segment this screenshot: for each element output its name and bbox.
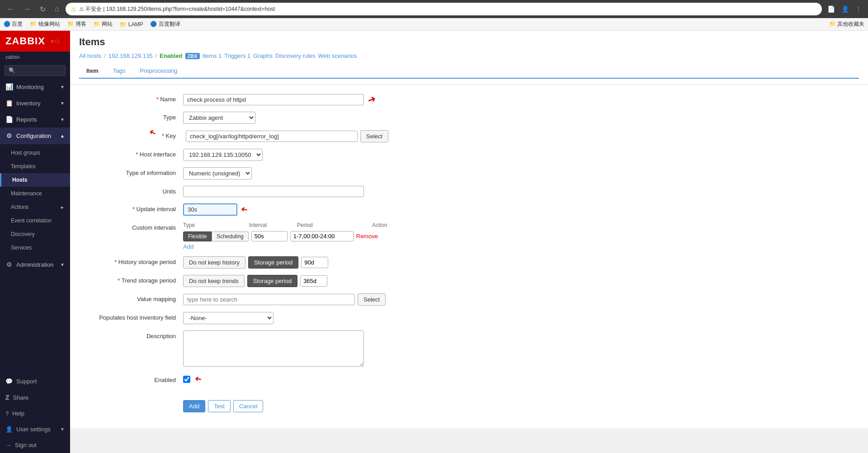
bookmark-blog[interactable]: 📁 博客: [67, 20, 86, 28]
add-interval-link[interactable]: Add: [183, 243, 193, 250]
breadcrumb-all-hosts[interactable]: All hosts: [79, 52, 101, 59]
interval-value-input[interactable]: [251, 231, 288, 241]
form-row-custom-intervals: Custom intervals Type Interval Period Ac…: [84, 222, 854, 250]
forward-button[interactable]: →: [21, 3, 33, 15]
sidebar-item-user-settings[interactable]: 👤 User settings ▼: [0, 421, 70, 437]
sidebar-item-label: Inventory: [16, 100, 40, 107]
sidebar-item-share[interactable]: Z Share: [0, 389, 70, 406]
bookmark-lamp[interactable]: 📁 LAMP: [120, 21, 143, 28]
tab-tags[interactable]: Tags: [106, 64, 132, 79]
sidebar-item-inventory[interactable]: 📋 Inventory ▼: [0, 95, 70, 111]
populates-select[interactable]: -None- Alias Asset tag Comments: [183, 312, 274, 324]
name-input[interactable]: [183, 94, 364, 105]
host-interface-select[interactable]: 192.168.129.135:10050: [183, 149, 263, 161]
sidebar-search-input[interactable]: [5, 65, 66, 76]
bookmark-other[interactable]: 📁 其他收藏夹: [829, 20, 864, 28]
sidebar-item-reports[interactable]: 📄 Reports ▼: [0, 111, 70, 127]
value-mapping-label: Value mapping: [84, 293, 183, 302]
profile-button[interactable]: 👤: [840, 4, 851, 14]
history-value-input[interactable]: [301, 257, 328, 268]
extensions-button[interactable]: 📄: [826, 4, 837, 14]
expand-icon[interactable]: □: [56, 38, 59, 44]
sidebar-logo: ZABBIX « □: [0, 31, 70, 52]
type-info-select[interactable]: Numeric (unsigned) Numeric (float) Chara…: [183, 167, 252, 179]
sidebar-item-signout[interactable]: → Sign out: [0, 437, 70, 453]
trend-no-keep-btn[interactable]: Do not keep trends: [183, 275, 245, 287]
interval-period-input[interactable]: [290, 231, 354, 241]
add-button[interactable]: Add: [183, 400, 205, 412]
test-button[interactable]: Test: [208, 400, 231, 412]
breadcrumb-items[interactable]: Items 1: [203, 52, 222, 59]
type-select[interactable]: Zabbix agent Zabbix agent (active) Simpl…: [183, 112, 255, 124]
monitoring-arrow: ▼: [60, 85, 65, 90]
breadcrumb: All hosts / 192.168.129.135 / Enabled ZB…: [79, 52, 859, 59]
form-row-host-interface: Host interface 192.168.129.135:10050: [84, 149, 854, 161]
reports-arrow: ▼: [60, 117, 65, 122]
key-select-button[interactable]: Select: [360, 130, 388, 142]
sidebar-item-support[interactable]: 💬 Support: [0, 373, 70, 389]
type-label: Type: [84, 112, 183, 121]
bookmark-baidu[interactable]: 🔵 百度: [4, 20, 23, 28]
breadcrumb-graphs[interactable]: Graphs: [253, 52, 273, 59]
form-row-type: Type Zabbix agent Zabbix agent (active) …: [84, 112, 854, 124]
sidebar-item-configuration[interactable]: ⚙ Configuration ▲: [0, 127, 70, 144]
history-no-keep-btn[interactable]: Do not keep history: [183, 256, 245, 269]
sidebar-item-hosts[interactable]: Hosts: [0, 173, 70, 187]
value-mapping-input[interactable]: [183, 294, 355, 305]
form-row-enabled: Enabled ➜: [84, 374, 854, 384]
user-settings-arrow: ▼: [60, 427, 65, 432]
sidebar-item-host-groups[interactable]: Host groups: [0, 146, 70, 160]
breadcrumb-web-scenarios[interactable]: Web scenarios: [318, 52, 357, 59]
address-bar[interactable]: ⚠ ⚠ 不安全 | 192.168.129.250/items.php?form…: [66, 3, 822, 15]
sidebar-item-discovery[interactable]: Discovery: [0, 227, 70, 241]
tab-preprocessing[interactable]: Preprocessing: [132, 64, 184, 79]
remove-interval-link[interactable]: Remove: [356, 233, 378, 240]
breadcrumb-discovery-rules[interactable]: Discovery rules: [275, 52, 316, 59]
description-control: [183, 330, 454, 368]
key-input[interactable]: [186, 131, 358, 142]
sidebar-item-templates[interactable]: Templates: [0, 160, 70, 173]
bookmark-mirror[interactable]: 📁 镜像网站: [30, 20, 60, 28]
trend-value-input[interactable]: [300, 275, 327, 287]
actions-arrow: ►: [60, 205, 65, 210]
browser-chrome: ← → ↻ ⌂ ⚠ ⚠ 不安全 | 192.168.129.250/items.…: [0, 0, 868, 18]
units-input[interactable]: [183, 186, 364, 197]
custom-intervals-label: Custom intervals: [84, 222, 183, 231]
breadcrumb-triggers[interactable]: Triggers 1: [224, 52, 250, 59]
tab-item[interactable]: Item: [79, 64, 106, 79]
sidebar-item-event-correlation[interactable]: Event correlation: [0, 214, 70, 227]
bookmark-translate[interactable]: 🔵 百度翻译: [150, 20, 180, 28]
inventory-arrow: ▼: [60, 101, 65, 106]
refresh-button[interactable]: ↻: [37, 3, 48, 15]
scheduling-btn[interactable]: Scheduling: [212, 231, 248, 241]
sidebar-item-monitoring[interactable]: 📊 Monitoring ▼: [0, 79, 70, 95]
bookmark-website[interactable]: 📁 网站: [94, 20, 113, 28]
cancel-button[interactable]: Cancel: [233, 400, 263, 412]
update-interval-input[interactable]: [183, 203, 237, 216]
description-label: Description: [84, 330, 183, 340]
breadcrumb-host-ip[interactable]: 192.168.129.135: [108, 52, 153, 59]
history-storage-period-btn[interactable]: Storage period: [248, 256, 298, 269]
sidebar-item-actions[interactable]: Actions ►: [0, 200, 70, 214]
sidebar-item-label: Configuration: [16, 132, 51, 139]
type-info-control: Numeric (unsigned) Numeric (float) Chara…: [183, 167, 454, 179]
description-textarea[interactable]: [183, 330, 364, 367]
sidebar-item-maintenance[interactable]: Maintenance: [0, 187, 70, 200]
page-title: Items: [79, 36, 859, 48]
sidebar-item-help[interactable]: ? Help: [0, 406, 70, 421]
menu-button[interactable]: ⋮: [854, 4, 863, 14]
sidebar-item-services[interactable]: Services: [0, 241, 70, 255]
col-header-action: Action: [372, 222, 454, 229]
flexible-btn[interactable]: Flexible: [183, 231, 212, 241]
back-button[interactable]: ←: [5, 3, 17, 15]
share-icon: Z: [5, 394, 9, 401]
collapse-icon[interactable]: «: [51, 38, 54, 44]
sidebar: ZABBIX « □ zabbix 📊 Monitoring ▼ 📋 Inven…: [0, 31, 70, 453]
home-button[interactable]: ⌂: [52, 3, 62, 15]
trend-storage-period-btn[interactable]: Storage period: [247, 275, 297, 287]
value-mapping-select-button[interactable]: Select: [358, 293, 386, 306]
help-icon: ?: [5, 410, 9, 417]
enabled-checkbox[interactable]: [183, 376, 190, 383]
populates-label: Populates host inventory field: [84, 312, 183, 321]
sidebar-item-administration[interactable]: ⚙ Administration ▼: [0, 256, 70, 273]
